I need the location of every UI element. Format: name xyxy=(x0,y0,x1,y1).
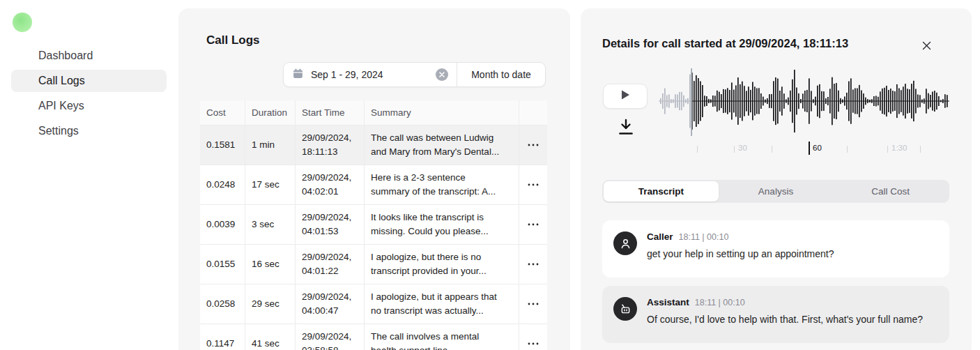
col-header-duration: Duration xyxy=(245,100,296,125)
cell-summary: I apologize, but it appears thatno trans… xyxy=(365,284,519,324)
timeline-tick xyxy=(920,146,921,153)
audio-timeline[interactable]: 30601:30 xyxy=(659,140,949,158)
table-row[interactable]: 0.0248 17 sec 29/09/2024,04:02:01 Here i… xyxy=(200,165,547,205)
key-icon xyxy=(17,100,30,112)
timeline-label: 1:30 xyxy=(891,144,907,152)
cell-duration: 1 min xyxy=(252,138,289,152)
cell-summary: Here is a 2-3 sentencesummary of the tra… xyxy=(365,165,519,204)
sidebar-item-label: Dashboard xyxy=(38,50,93,62)
message-text: Of course, I'd love to help with that. F… xyxy=(647,314,938,325)
transcript-message: Caller 18:11 | 00:10 get your help in se… xyxy=(602,220,949,277)
cell-summary: I apologize, but there is notranscript p… xyxy=(365,245,519,284)
table-row[interactable]: 0.0258 29 sec 29/09/2024,04:00:47 I apol… xyxy=(200,284,547,324)
details-tabs: TranscriptAnalysisCall Cost xyxy=(602,180,949,203)
sidebar-item-label: API Keys xyxy=(38,100,84,112)
cell-duration: 3 sec xyxy=(252,218,289,231)
message-text: get your help in setting up an appointme… xyxy=(647,248,938,259)
cell-start-time: 29/09/2024,04:00:47 xyxy=(296,284,365,324)
transcript-messages: Caller 18:11 | 00:10 get your help in se… xyxy=(602,220,949,350)
sidebar: Dashboard Call Logs API Keys Settings xyxy=(0,0,178,350)
timeline-tick xyxy=(887,146,888,153)
cell-duration: 29 sec xyxy=(252,297,289,311)
row-menu-button[interactable] xyxy=(524,217,542,232)
row-menu-button[interactable] xyxy=(524,177,542,192)
person-icon xyxy=(613,231,637,255)
tab-call-cost[interactable]: Call Cost xyxy=(833,181,948,201)
table-row[interactable]: 0.1147 41 sec 29/09/2024,03:58:58 The ca… xyxy=(200,324,547,350)
date-range-value: Sep 1 - 29, 2024 xyxy=(311,69,429,80)
robot-icon xyxy=(613,297,637,321)
cell-cost: 0.0258 xyxy=(206,297,238,311)
call-logs-title: Call Logs xyxy=(206,33,260,47)
tab-transcript[interactable]: Transcript xyxy=(604,181,719,201)
cell-start-time: 29/09/2024,04:01:53 xyxy=(296,205,365,244)
audio-waveform[interactable] xyxy=(659,68,949,138)
call-logs-table: Cost Duration Start Time Summary 0.1581 … xyxy=(200,100,547,350)
cell-start-time: 29/09/2024,04:01:22 xyxy=(296,245,365,284)
play-button[interactable] xyxy=(603,84,648,109)
timeline-tick xyxy=(697,146,698,153)
message-role: Assistant xyxy=(647,297,689,307)
app-window: Dashboard Call Logs API Keys Settings Ca… xyxy=(0,0,980,350)
table-header: Cost Duration Start Time Summary xyxy=(200,100,547,125)
col-header-summary: Summary xyxy=(365,100,519,125)
tab-label: Transcript xyxy=(638,186,684,197)
table-row[interactable]: 0.0039 3 sec 29/09/2024,04:01:53 It look… xyxy=(200,205,547,245)
table-row[interactable]: 0.1581 1 min 29/09/2024,18:11:13 The cal… xyxy=(200,125,547,165)
cell-duration: 41 sec xyxy=(252,337,289,350)
timeline-tick xyxy=(847,146,848,153)
details-title: Details for call started at 29/09/2024, … xyxy=(602,37,848,50)
calendar-icon xyxy=(292,68,304,82)
timeline-tick xyxy=(772,146,772,153)
cell-cost: 0.0248 xyxy=(206,178,238,192)
cell-cost: 0.0155 xyxy=(206,257,238,271)
play-icon xyxy=(618,88,632,105)
row-menu-button[interactable] xyxy=(524,137,542,153)
cell-summary: The call was between Ludwigand Mary from… xyxy=(365,125,519,165)
message-timestamp: 18:11 | 00:10 xyxy=(695,298,745,307)
cell-start-time: 29/09/2024,18:11:13 xyxy=(296,125,365,165)
timeline-label: 30 xyxy=(738,144,747,152)
transcript-message: Assistant 18:11 | 00:10 Of course, I'd l… xyxy=(602,286,949,343)
sidebar-item-label: Settings xyxy=(38,125,79,137)
cell-cost: 0.0039 xyxy=(206,218,238,231)
call-details-panel: Details for call started at 29/09/2024, … xyxy=(581,8,972,350)
sidebar-item-settings[interactable]: Settings xyxy=(11,120,167,142)
sidebar-item-label: Call Logs xyxy=(38,75,85,87)
timeline-tick xyxy=(809,142,810,155)
table-row[interactable]: 0.0155 16 sec 29/09/2024,04:01:22 I apol… xyxy=(200,245,547,284)
row-menu-button[interactable] xyxy=(524,257,542,272)
tab-analysis[interactable]: Analysis xyxy=(719,181,834,201)
date-range-picker[interactable]: Sep 1 - 29, 2024 xyxy=(284,63,457,86)
date-filter-group: Sep 1 - 29, 2024 Month to date xyxy=(283,62,546,87)
cell-duration: 16 sec xyxy=(252,257,289,271)
clear-date-button[interactable] xyxy=(436,68,448,81)
cell-summary: The call involves a mentalhealth support… xyxy=(365,324,519,350)
col-header-actions xyxy=(519,100,547,125)
call-logs-icon xyxy=(17,75,30,87)
timeline-label: 60 xyxy=(813,144,822,152)
month-to-date-button[interactable]: Month to date xyxy=(457,63,545,86)
col-header-start-time: Start Time xyxy=(296,100,365,125)
tab-label: Analysis xyxy=(758,186,793,197)
cell-duration: 17 sec xyxy=(252,178,289,192)
sidebar-item-api-keys[interactable]: API Keys xyxy=(11,95,167,117)
message-timestamp: 18:11 | 00:10 xyxy=(679,232,729,242)
sidebar-nav: Dashboard Call Logs API Keys Settings xyxy=(0,42,178,145)
download-button[interactable] xyxy=(618,118,634,136)
call-logs-panel: Call Logs Sep 1 - 29, 2024 Month to da xyxy=(178,8,570,350)
user-avatar[interactable] xyxy=(13,13,32,32)
cell-start-time: 29/09/2024,03:58:58 xyxy=(296,324,365,350)
cell-start-time: 29/09/2024,04:02:01 xyxy=(296,165,365,204)
row-menu-button[interactable] xyxy=(524,296,542,312)
cell-cost: 0.1147 xyxy=(206,337,238,350)
sidebar-item-dashboard[interactable]: Dashboard xyxy=(11,45,167,67)
sidebar-item-call-logs[interactable]: Call Logs xyxy=(11,70,167,92)
close-icon[interactable] xyxy=(919,38,934,53)
timeline-tick xyxy=(734,146,735,153)
table-body: 0.1581 1 min 29/09/2024,18:11:13 The cal… xyxy=(200,125,547,350)
col-header-cost: Cost xyxy=(200,100,245,125)
dashboard-icon xyxy=(17,50,30,62)
row-menu-button[interactable] xyxy=(524,336,542,350)
gear-icon xyxy=(17,125,30,137)
